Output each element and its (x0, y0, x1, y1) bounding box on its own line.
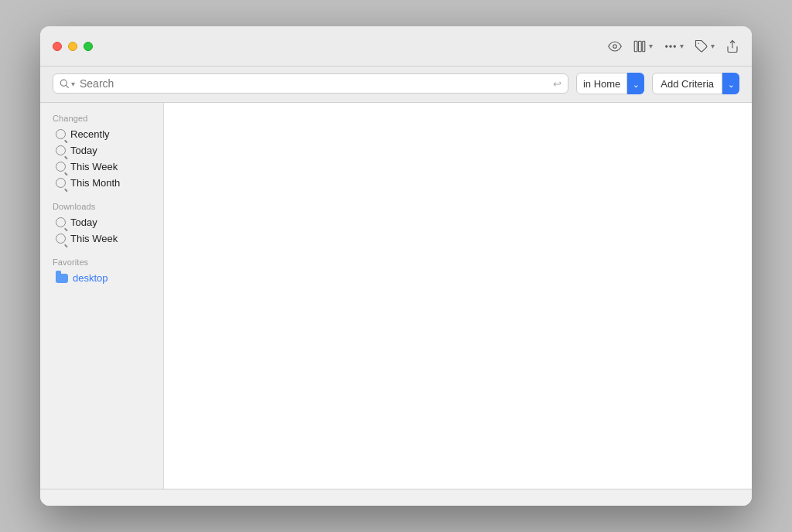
sidebar-item-changed-recently[interactable]: Recently (43, 126, 160, 142)
main-content (164, 103, 752, 489)
search-input-wrapper[interactable]: ▾ ↩ (53, 73, 568, 94)
sidebar-item-label: Today (70, 217, 97, 228)
columns-icon[interactable]: ▾ (633, 39, 653, 53)
search-glyph-icon (56, 145, 66, 155)
sidebar-item-changed-this-month[interactable]: This Month (43, 175, 160, 191)
minimize-button[interactable] (68, 42, 77, 51)
search-input[interactable] (80, 77, 548, 90)
search-return-icon: ↩ (553, 78, 562, 90)
sidebar-item-label: desktop (73, 272, 108, 284)
scope-dropdown-label[interactable]: in Home (576, 73, 627, 94)
sidebar: Changed Recently Today This Week This Mo… (40, 103, 164, 489)
add-criteria-button[interactable]: Add Criteria (652, 73, 722, 94)
statusbar (40, 489, 752, 506)
sidebar-item-label: This Week (70, 233, 118, 244)
sidebar-section-downloads: Downloads (40, 202, 163, 214)
svg-rect-1 (634, 41, 637, 52)
sidebar-item-downloads-today[interactable]: Today (43, 214, 160, 230)
traffic-lights (53, 42, 93, 51)
search-glyph-icon (56, 217, 66, 227)
svg-point-5 (670, 45, 671, 46)
titlebar: ▾ ▾ ▾ (40, 26, 752, 66)
sidebar-item-downloads-this-week[interactable]: This Week (43, 230, 160, 247)
scope-dropdown-arrow[interactable] (627, 73, 644, 94)
body: Changed Recently Today This Week This Mo… (40, 103, 752, 489)
add-criteria-arrow[interactable] (722, 73, 739, 94)
search-scope-dropdown[interactable]: in Home (576, 73, 644, 94)
view-icon[interactable] (608, 39, 622, 53)
search-glyph-icon (56, 178, 66, 188)
add-criteria-group[interactable]: Add Criteria (652, 73, 739, 94)
sidebar-item-changed-today[interactable]: Today (43, 142, 160, 159)
titlebar-actions: ▾ ▾ ▾ (608, 39, 739, 53)
search-scope-button[interactable]: ▾ (60, 79, 75, 89)
maximize-button[interactable] (84, 42, 93, 51)
search-glyph-icon (56, 129, 66, 139)
folder-icon (56, 274, 68, 283)
more-options-icon[interactable]: ▾ (664, 39, 684, 53)
share-icon[interactable] (725, 39, 739, 53)
sidebar-item-label: Today (70, 145, 97, 156)
close-button[interactable] (53, 42, 62, 51)
sidebar-section-changed: Changed (40, 114, 163, 126)
svg-point-4 (666, 45, 667, 46)
search-glyph-icon (56, 234, 66, 244)
svg-point-0 (613, 44, 617, 48)
svg-line-10 (67, 85, 69, 87)
search-glyph-icon (56, 162, 66, 172)
search-bar: ▾ ↩ in Home Add Criteria (40, 66, 752, 103)
sidebar-item-label: This Month (70, 177, 120, 189)
sidebar-section-favorites: Favorites (40, 257, 163, 270)
svg-rect-2 (639, 41, 642, 52)
sidebar-item-label: Recently (70, 128, 110, 140)
sidebar-item-label: This Week (70, 161, 118, 172)
finder-window: ▾ ▾ ▾ (40, 26, 752, 506)
sidebar-item-favorites-desktop[interactable]: desktop (43, 270, 160, 286)
svg-point-6 (674, 45, 675, 46)
svg-rect-3 (643, 41, 645, 52)
tag-icon[interactable]: ▾ (695, 39, 715, 53)
sidebar-item-changed-this-week[interactable]: This Week (43, 159, 160, 175)
